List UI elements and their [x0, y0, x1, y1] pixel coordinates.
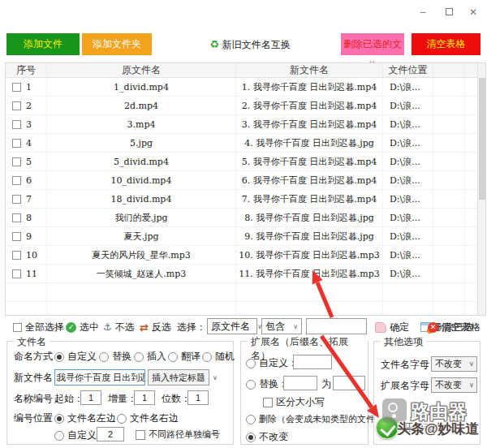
table-row[interactable]: 718_divid.mp47. 我寻你千百度 日出到迟暮.mp4D:\浪... — [6, 190, 485, 209]
original-filename: 10_divid.mp4 — [47, 171, 236, 189]
radio-pos-left[interactable]: 文件名左边 — [54, 411, 116, 425]
invert-selection-button[interactable]: ⇄反选 — [140, 318, 171, 336]
digits-input[interactable]: 1 — [187, 390, 209, 405]
ext-replace-from-input[interactable] — [283, 376, 317, 390]
ext-case-select[interactable]: 不改变∨ — [431, 377, 477, 393]
add-file-button[interactable]: 添加文件 — [6, 33, 80, 55]
row-checkbox[interactable] — [12, 83, 21, 92]
radio-random[interactable]: 随机 — [202, 350, 235, 364]
filter-field-select[interactable]: 原文件名∨ — [207, 318, 257, 334]
case-sensitive-checkbox[interactable]: 区分大小写 — [263, 395, 325, 409]
table-header: 序号 原文件名 新文件名 文件位置 — [6, 63, 485, 78]
file-location: D:\浪... — [383, 153, 433, 170]
ext-radio-custom[interactable]: 自定义： — [246, 356, 298, 370]
radio-insert[interactable]: 插入 — [134, 350, 166, 364]
header-new-name: 新文件名 — [236, 63, 383, 77]
new-filename: 7. 我寻你千百度 日出到迟暮.mp4 — [236, 190, 383, 208]
radio-pos-right[interactable]: 文件名右边 — [117, 411, 179, 425]
table-row[interactable]: 8我们的爱.jpg8. 我寻你千百度 日出到迟暮.jpgD:\浪... — [6, 209, 485, 227]
start-label: 起始： — [54, 392, 84, 406]
row-checkbox[interactable] — [12, 157, 21, 166]
increment-input[interactable]: 1 — [134, 390, 155, 405]
row-index: 5 — [26, 157, 32, 167]
maximize-button[interactable] — [437, 3, 461, 21]
separate-numbering-checkbox[interactable]: 不同路径单独编号 — [136, 429, 220, 441]
clear-table-button-2[interactable]: ✕清空表格 — [428, 318, 481, 336]
radio-icon — [168, 352, 178, 362]
ext-replace-to-input[interactable] — [333, 376, 365, 390]
table-row[interactable]: 11_divid.mp41. 我寻你千百度 日出到迟暮.mp4D:\浪... — [6, 78, 485, 97]
original-filename: 5.jpg — [47, 134, 236, 152]
filter-match-select[interactable]: 包含∨ — [261, 318, 302, 334]
swap-names-button[interactable]: ♻新旧文件名互换 — [205, 33, 295, 55]
top-toolbar: 添加文件 添加文件夹 ♻新旧文件名互换 删除已选的文件 清空表格 — [0, 33, 487, 55]
clear-table-button[interactable]: 清空表格 — [412, 33, 481, 55]
table-row-empty — [6, 302, 485, 316]
filter-text-input[interactable] — [306, 318, 367, 334]
row-index: 1 — [26, 82, 32, 93]
table-row[interactable]: 33.mp43. 我寻你千百度 日出到迟暮.mp4D:\浪... — [6, 115, 485, 134]
row-checkbox[interactable] — [12, 176, 21, 185]
filename-case-select[interactable]: 不改变∨ — [431, 356, 477, 372]
row-checkbox[interactable] — [12, 269, 21, 278]
new-filename: 9. 我寻你千百度 日出到迟暮.jpg — [236, 227, 383, 245]
chevron-down-icon: ∨ — [293, 323, 298, 330]
add-folder-button[interactable]: 添加文件夹 — [82, 33, 152, 55]
new-filename: 6. 我寻你千百度 日出到迟暮.mp4 — [236, 171, 383, 189]
invert-icon: ⇄ — [140, 321, 149, 334]
check-selected-button[interactable]: ✓选中 — [66, 318, 99, 336]
table-row[interactable]: 9夏天.jpg9. 我寻你千百度 日出到迟暮.jpgD:\浪... — [6, 227, 485, 246]
select-all-label: 全部选择 — [25, 321, 64, 334]
row-index: 9 — [26, 231, 32, 242]
row-checkbox[interactable] — [12, 101, 21, 110]
green-check-icon — [376, 416, 399, 439]
ext-radio-replace[interactable]: 替换： — [246, 377, 288, 391]
table-row[interactable]: 55_divid.mp45. 我寻你千百度 日出到迟暮.mp4D:\浪... — [6, 153, 485, 171]
table-row[interactable]: 10夏天的风片段_星华.mp310. 我寻你千百度 日出到迟暮.mp3D:\浪.… — [6, 246, 485, 265]
select-all-checkbox[interactable] — [13, 323, 22, 332]
file-location: D:\浪... — [383, 97, 433, 114]
row-checkbox[interactable] — [12, 213, 21, 222]
row-checkbox[interactable] — [12, 195, 21, 204]
file-location: D:\浪... — [383, 78, 433, 96]
row-index: 2 — [26, 101, 32, 111]
swap-names-label: 新旧文件名互换 — [222, 39, 291, 50]
radio-icon — [54, 431, 64, 441]
radio-translate[interactable]: 翻译 — [168, 350, 200, 364]
radio-custom[interactable]: 自定义 — [54, 350, 97, 364]
file-location: D:\浪... — [383, 209, 433, 226]
uncheck-button[interactable]: ⚓不选 — [103, 318, 135, 336]
row-index: 4 — [26, 138, 32, 149]
scrollbar-thumb[interactable] — [479, 78, 485, 200]
table-row[interactable]: 45.jpg4. 我寻你千百度 日出到迟暮.jpgD:\浪... — [6, 134, 485, 153]
table-row[interactable]: 11一笑倾城_赵迷人.mp311. 我寻你千百度 日出到迟暮.mp3D:\浪..… — [6, 265, 485, 283]
titlebar: – ✕ — [0, 0, 487, 24]
original-filename: 夏天.jpg — [47, 227, 236, 245]
row-checkbox[interactable] — [12, 251, 21, 260]
minimize-button[interactable]: – — [411, 3, 435, 21]
confirm-button[interactable]: 确定 — [375, 318, 409, 336]
table-scrollbar[interactable] — [477, 63, 485, 315]
file-location: D:\浪... — [383, 115, 433, 133]
ext-radio-delete[interactable]: 删除（会变成未知类型的文件） — [246, 413, 384, 425]
header-empty — [433, 63, 465, 77]
radio-replace[interactable]: 替换 — [99, 350, 131, 364]
pos-custom-input[interactable]: 2 — [97, 427, 124, 442]
new-name-input[interactable]: 我寻你千百度 日出到迟暮 — [54, 369, 145, 386]
row-checkbox[interactable] — [12, 139, 21, 148]
row-checkbox[interactable] — [12, 232, 21, 241]
insert-title-select[interactable]: 插入特定标题∨ — [148, 369, 209, 386]
ext-radio-keep[interactable]: 不改变 — [246, 430, 288, 444]
start-input[interactable]: 1 — [80, 390, 101, 405]
delete-selected-files-button[interactable]: 删除已选的文件 — [341, 33, 404, 55]
checkbox-icon — [136, 430, 145, 440]
start-rename-button[interactable]: 开始改名 — [376, 416, 465, 440]
select-all-toggle[interactable]: 全部选择 — [13, 318, 64, 336]
close-button[interactable]: ✕ — [461, 3, 485, 21]
table-row[interactable]: 610_divid.mp46. 我寻你千百度 日出到迟暮.mp4D:\浪... — [6, 171, 485, 190]
table-row[interactable]: 22d.mp42. 我寻你千百度 日出到迟暮.mp4D:\浪... — [6, 97, 485, 115]
radio-icon — [117, 414, 127, 424]
row-checkbox[interactable] — [12, 120, 21, 129]
radio-icon — [246, 433, 256, 442]
ext-custom-input[interactable] — [293, 355, 332, 369]
